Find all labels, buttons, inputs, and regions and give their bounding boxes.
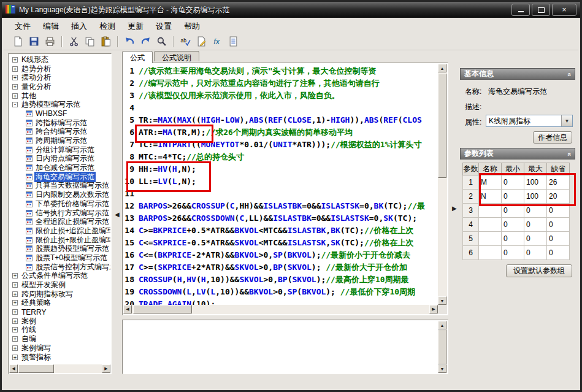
sidebar-item-30[interactable]: +竹线 (9, 326, 110, 335)
sidebar-item-17[interactable]: 信号执行方式编写示范 (9, 209, 110, 218)
collapse-tree-handle[interactable]: ◀ (115, 211, 120, 218)
sidebar-item-33[interactable]: +预警指标 (9, 353, 110, 362)
param-list-header[interactable]: 参数列表 « (460, 148, 575, 159)
collapse-icon[interactable]: - (12, 102, 18, 107)
code-editor[interactable]: 1//该示范主要用海龟交易法则，演示"头寸计算，最大仓位控制等资2//编写示范中… (122, 63, 448, 315)
paste-button[interactable] (98, 34, 113, 48)
sidebar-item-5[interactable]: -趋势模型编写示范 (9, 100, 110, 109)
sidebar-item-6[interactable]: WHBXSF (9, 109, 110, 118)
param-cell[interactable]: 0 (502, 232, 524, 246)
code-text[interactable]: 1//该示范主要用海龟交易法则，演示"头寸计算，最大仓位控制等资2//编写示范中… (123, 64, 438, 305)
expand-icon[interactable]: + (12, 300, 18, 306)
attribute-select[interactable]: K线附属指标 ▼ (486, 115, 573, 127)
collapse-section-icon[interactable]: « (565, 152, 573, 155)
chevron-down-icon[interactable]: ▼ (561, 115, 572, 126)
copy-button[interactable] (82, 34, 98, 48)
sidebar-item-20[interactable]: 限价止损+限价止盈编写 (9, 236, 110, 245)
sidebar-item-25[interactable]: +模型开发案例 (9, 280, 110, 290)
param-cell[interactable]: 20 (547, 190, 570, 204)
param-cell[interactable]: 26 (547, 175, 570, 190)
sidebar-item-28[interactable]: +TERRY (9, 307, 110, 317)
sidebar-item-16[interactable]: 下单委托价格编写示范 (9, 199, 110, 209)
sidebar-item-14[interactable]: 只算当天数据编写示范 (9, 182, 110, 191)
param-cell[interactable]: 0 (524, 246, 547, 260)
param-cell[interactable]: 100 (524, 190, 547, 204)
sidebar-item-12[interactable]: 加仓减仓编写示范 (9, 163, 110, 172)
sidebar-item-3[interactable]: +量化分析 (9, 82, 110, 91)
sidebar-item-2[interactable]: +摆动分析 (9, 73, 110, 82)
sidebar-item-1[interactable]: +趋势分析 (9, 64, 110, 74)
sidebar-item-13-selected[interactable]: 海龟交易编写示范 (9, 172, 110, 182)
model-tree-panel[interactable]: +K线形态+趋势分析+摆动分析+量化分析+其他-趋势模型编写示范WHBXSF跨指… (8, 53, 112, 374)
param-cell[interactable]: 0 (502, 218, 524, 232)
save-button[interactable] (26, 34, 42, 48)
close-button[interactable]: × (552, 4, 576, 16)
scroll-right-icon[interactable]: ▶ (102, 364, 110, 373)
param-cell[interactable]: N (479, 190, 502, 204)
param-cell[interactable]: 0 (502, 175, 524, 190)
param-cell[interactable]: 0 (547, 218, 570, 232)
param-cell[interactable]: 0 (524, 204, 547, 218)
param-cell[interactable] (479, 204, 502, 218)
param-cell[interactable]: 0 (502, 190, 524, 204)
tab-formula[interactable]: 公式 (122, 51, 153, 63)
new-document-button[interactable] (10, 34, 26, 48)
param-cell[interactable]: 0 (547, 204, 570, 218)
scroll-down-icon[interactable]: ▼ (438, 296, 446, 305)
sidebar-item-22[interactable]: 股票T+0模型编写示范 (9, 253, 110, 263)
function-button[interactable]: fx (209, 34, 225, 48)
formula-doc-button[interactable] (225, 34, 241, 48)
scroll-up-icon[interactable]: ▲ (438, 64, 446, 72)
expand-icon[interactable]: + (12, 57, 18, 63)
expand-icon[interactable]: + (12, 336, 18, 342)
sidebar-item-24[interactable]: +公式条件单编写示范 (9, 272, 110, 281)
menu-item-2[interactable]: 插入 (65, 20, 93, 33)
editor-hscroll-thumb[interactable] (133, 305, 192, 313)
expand-icon[interactable]: + (12, 75, 18, 80)
menu-item-0[interactable]: 文件 (9, 20, 37, 33)
sidebar-item-27[interactable]: +经典策略 (9, 299, 110, 308)
expand-icon[interactable]: + (12, 291, 18, 297)
sidebar-item-29[interactable]: +案例 (9, 317, 110, 326)
sidebar-item-19[interactable]: 限价止损+追踪止盈编写 (9, 226, 110, 236)
sidebar-item-18[interactable]: 全程追踪止损编写示范 (9, 217, 110, 226)
param-cell[interactable]: 0 (524, 218, 547, 232)
param-cell[interactable] (479, 246, 502, 260)
param-cell[interactable]: M (479, 175, 502, 190)
param-cell[interactable]: 0 (524, 232, 547, 246)
syntax-check-button[interactable]: ab (177, 34, 193, 48)
print-button[interactable] (42, 34, 58, 48)
maximize-button[interactable] (532, 4, 550, 16)
expand-icon[interactable]: + (12, 66, 18, 72)
cut-button[interactable] (66, 34, 82, 48)
description-panel[interactable]: ▲ ▼ (122, 320, 448, 374)
minimize-button[interactable] (511, 4, 530, 16)
author-info-button[interactable]: 作者信息 (533, 131, 572, 144)
sidebar-item-31[interactable]: +自编 (9, 334, 110, 344)
search-button[interactable] (153, 34, 169, 48)
param-cell[interactable] (479, 232, 502, 246)
sidebar-item-0[interactable]: +K线形态 (9, 55, 110, 64)
param-cell[interactable]: 0 (547, 246, 570, 260)
expand-icon[interactable]: + (12, 309, 18, 315)
param-cell[interactable]: 0 (502, 204, 524, 218)
scroll-right-icon[interactable]: ▶ (429, 305, 438, 313)
sidebar-item-9[interactable]: 跨周期编写示范 (9, 136, 110, 145)
sidebar-item-15[interactable]: 日内限制交易次数示范 (9, 190, 110, 199)
sidebar-item-26[interactable]: +跨周期指标改写 (9, 290, 110, 299)
tree-hscroll-thumb[interactable] (18, 364, 54, 373)
expand-icon[interactable]: + (12, 273, 18, 279)
editor-vscroll-thumb[interactable] (438, 74, 446, 178)
menu-item-3[interactable]: 检测 (93, 20, 121, 33)
scroll-down-icon[interactable]: ▼ (438, 364, 446, 373)
editor-vscrollbar[interactable]: ▲ ▼ (438, 64, 447, 305)
expand-icon[interactable]: + (12, 282, 18, 288)
description-vscroll-thumb[interactable] (438, 329, 446, 364)
expand-icon[interactable]: + (12, 318, 18, 324)
collapse-right-panel-handle[interactable]: ▶ (452, 205, 457, 212)
expand-icon[interactable]: + (12, 345, 18, 351)
menu-item-6[interactable]: 帮助 (178, 20, 206, 33)
expand-icon[interactable]: + (12, 355, 18, 360)
menu-item-1[interactable]: 编辑 (37, 20, 65, 33)
menu-item-5[interactable]: 设置 (150, 20, 178, 33)
